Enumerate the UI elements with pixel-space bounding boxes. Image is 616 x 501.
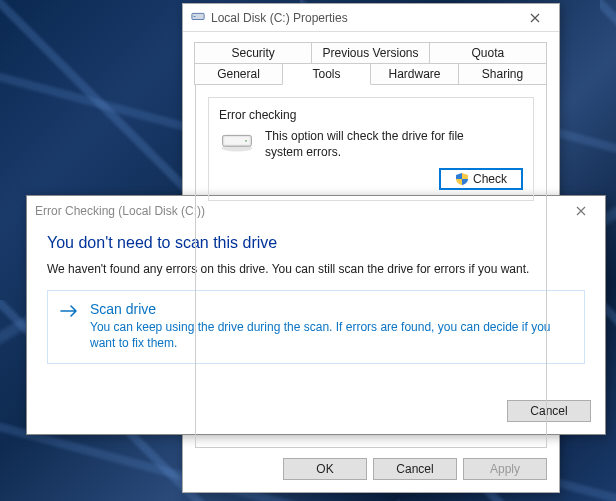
tab-row-front: General Tools Hardware Sharing bbox=[195, 63, 547, 85]
tab-security[interactable]: Security bbox=[194, 42, 312, 63]
tabs: Security Previous Versions Quota General… bbox=[183, 32, 559, 448]
group-description: This option will check the drive for fil… bbox=[265, 128, 475, 160]
tab-row-back: Security Previous Versions Quota bbox=[195, 42, 547, 63]
apply-button[interactable]: Apply bbox=[463, 458, 547, 480]
drive-large-icon bbox=[219, 130, 255, 154]
close-icon[interactable] bbox=[561, 199, 601, 223]
check-button-label: Check bbox=[473, 172, 507, 186]
tab-sharing[interactable]: Sharing bbox=[458, 63, 547, 85]
cancel-button[interactable]: Cancel bbox=[373, 458, 457, 480]
tab-quota[interactable]: Quota bbox=[429, 42, 547, 63]
error-checking-title: Error Checking (Local Disk (C:)) bbox=[35, 204, 205, 218]
properties-titlebar[interactable]: Local Disk (C:) Properties bbox=[183, 4, 559, 32]
properties-title: Local Disk (C:) Properties bbox=[211, 11, 348, 25]
svg-rect-1 bbox=[194, 16, 196, 17]
svg-point-5 bbox=[245, 140, 247, 142]
properties-dialog: Local Disk (C:) Properties Security Prev… bbox=[182, 3, 560, 493]
tab-content-tools: Error checking This option will check th… bbox=[195, 84, 547, 448]
tab-previous-versions[interactable]: Previous Versions bbox=[311, 42, 429, 63]
tab-hardware[interactable]: Hardware bbox=[370, 63, 459, 85]
tab-general[interactable]: General bbox=[194, 63, 283, 85]
tab-tools[interactable]: Tools bbox=[282, 63, 371, 85]
check-button[interactable]: Check bbox=[439, 168, 523, 190]
arrow-right-icon bbox=[60, 303, 80, 351]
uac-shield-icon bbox=[455, 172, 469, 186]
drive-icon bbox=[191, 9, 205, 26]
close-icon[interactable] bbox=[515, 6, 555, 30]
ok-button[interactable]: OK bbox=[283, 458, 367, 480]
group-title: Error checking bbox=[219, 108, 523, 122]
properties-footer: OK Cancel Apply bbox=[183, 448, 559, 492]
error-checking-group: Error checking This option will check th… bbox=[208, 97, 534, 201]
